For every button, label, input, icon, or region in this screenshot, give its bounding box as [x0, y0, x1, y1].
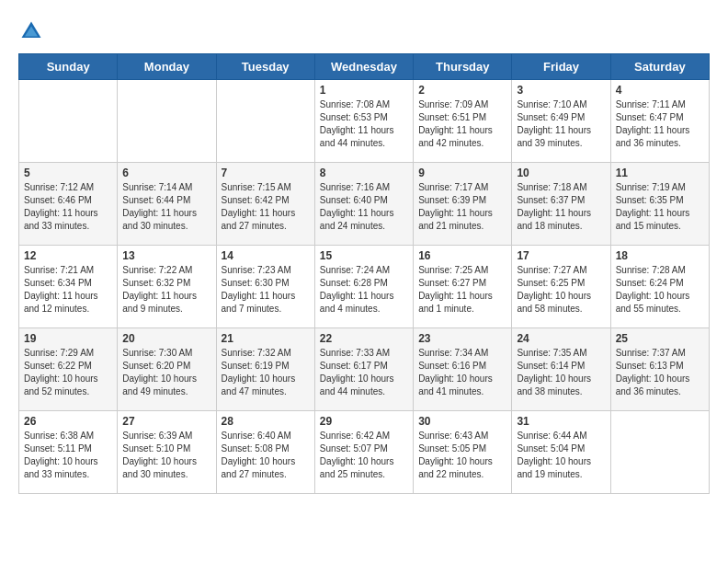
day-info: Sunrise: 7:15 AM Sunset: 6:42 PM Dayligh…: [222, 181, 310, 233]
day-number: 7: [222, 167, 310, 179]
weekday-header-row: SundayMondayTuesdayWednesdayThursdayFrid…: [19, 54, 710, 80]
calendar-day-cell: 20Sunrise: 7:30 AM Sunset: 6:20 PM Dayli…: [118, 328, 216, 411]
day-number: 20: [122, 332, 210, 345]
calendar-day-cell: 12Sunrise: 7:21 AM Sunset: 6:34 PM Dayli…: [19, 246, 118, 328]
calendar-day-cell: 11Sunrise: 7:19 AM Sunset: 6:35 PM Dayli…: [610, 163, 709, 246]
day-info: Sunrise: 7:30 AM Sunset: 6:20 PM Dayligh…: [122, 347, 210, 398]
day-info: Sunrise: 7:14 AM Sunset: 6:44 PM Dayligh…: [122, 181, 210, 233]
calendar-day-cell: 18Sunrise: 7:28 AM Sunset: 6:24 PM Dayli…: [610, 246, 709, 328]
day-info: Sunrise: 7:34 AM Sunset: 6:16 PM Dayligh…: [418, 347, 506, 398]
calendar-day-cell: 5Sunrise: 7:12 AM Sunset: 6:46 PM Daylig…: [19, 163, 118, 246]
day-info: Sunrise: 7:22 AM Sunset: 6:32 PM Dayligh…: [122, 264, 210, 316]
day-number: 27: [122, 415, 210, 428]
calendar-day-cell: 7Sunrise: 7:15 AM Sunset: 6:42 PM Daylig…: [216, 163, 314, 246]
calendar-table: SundayMondayTuesdayWednesdayThursdayFrid…: [18, 53, 710, 494]
day-number: 6: [122, 167, 210, 179]
page-header: [18, 18, 710, 44]
calendar-day-cell: 28Sunrise: 6:40 AM Sunset: 5:08 PM Dayli…: [216, 411, 314, 494]
calendar-day-cell: 22Sunrise: 7:33 AM Sunset: 6:17 PM Dayli…: [314, 328, 413, 411]
calendar-day-cell: 15Sunrise: 7:24 AM Sunset: 6:28 PM Dayli…: [314, 246, 413, 328]
day-number: 19: [24, 332, 112, 345]
day-info: Sunrise: 7:25 AM Sunset: 6:27 PM Dayligh…: [418, 264, 506, 316]
day-info: Sunrise: 7:28 AM Sunset: 6:24 PM Dayligh…: [616, 264, 704, 316]
calendar-day-cell: 4Sunrise: 7:11 AM Sunset: 6:47 PM Daylig…: [610, 80, 709, 163]
day-number: 8: [320, 167, 408, 179]
day-number: 11: [616, 167, 704, 179]
calendar-day-cell: [610, 411, 709, 494]
day-info: Sunrise: 7:08 AM Sunset: 6:53 PM Dayligh…: [320, 98, 408, 150]
day-info: Sunrise: 7:17 AM Sunset: 6:39 PM Dayligh…: [418, 181, 506, 233]
calendar-day-cell: 30Sunrise: 6:43 AM Sunset: 5:05 PM Dayli…: [414, 411, 512, 494]
calendar-week-row: 12Sunrise: 7:21 AM Sunset: 6:34 PM Dayli…: [19, 246, 710, 328]
day-number: 24: [517, 332, 605, 345]
day-info: Sunrise: 7:29 AM Sunset: 6:22 PM Dayligh…: [24, 347, 112, 398]
calendar-day-cell: 31Sunrise: 6:44 AM Sunset: 5:04 PM Dayli…: [512, 411, 610, 494]
day-info: Sunrise: 7:10 AM Sunset: 6:49 PM Dayligh…: [517, 98, 605, 150]
day-info: Sunrise: 7:33 AM Sunset: 6:17 PM Dayligh…: [320, 347, 408, 398]
day-number: 21: [222, 332, 310, 345]
day-info: Sunrise: 6:43 AM Sunset: 5:05 PM Dayligh…: [418, 430, 506, 481]
logo: [18, 18, 48, 44]
calendar-day-cell: 10Sunrise: 7:18 AM Sunset: 6:37 PM Dayli…: [512, 163, 610, 246]
day-number: 18: [616, 249, 704, 262]
day-number: 31: [517, 415, 605, 428]
calendar-day-cell: 21Sunrise: 7:32 AM Sunset: 6:19 PM Dayli…: [216, 328, 314, 411]
day-info: Sunrise: 7:32 AM Sunset: 6:19 PM Dayligh…: [222, 347, 310, 398]
day-number: 16: [418, 249, 506, 262]
day-number: 28: [222, 415, 310, 428]
calendar-day-cell: 25Sunrise: 7:37 AM Sunset: 6:13 PM Dayli…: [610, 328, 709, 411]
weekday-header-saturday: Saturday: [610, 54, 709, 80]
calendar-day-cell: 9Sunrise: 7:17 AM Sunset: 6:39 PM Daylig…: [414, 163, 512, 246]
day-number: 4: [616, 84, 704, 97]
day-number: 3: [517, 84, 605, 97]
day-number: 17: [517, 249, 605, 262]
calendar-day-cell: 17Sunrise: 7:27 AM Sunset: 6:25 PM Dayli…: [512, 246, 610, 328]
day-number: 29: [320, 415, 408, 428]
day-info: Sunrise: 7:12 AM Sunset: 6:46 PM Dayligh…: [24, 181, 112, 233]
calendar-day-cell: 6Sunrise: 7:14 AM Sunset: 6:44 PM Daylig…: [118, 163, 216, 246]
day-info: Sunrise: 7:18 AM Sunset: 6:37 PM Dayligh…: [517, 181, 605, 233]
calendar-day-cell: 27Sunrise: 6:39 AM Sunset: 5:10 PM Dayli…: [118, 411, 216, 494]
calendar-day-cell: [216, 80, 314, 163]
calendar-day-cell: 14Sunrise: 7:23 AM Sunset: 6:30 PM Dayli…: [216, 246, 314, 328]
calendar-week-row: 1Sunrise: 7:08 AM Sunset: 6:53 PM Daylig…: [19, 80, 710, 163]
day-number: 9: [418, 167, 506, 179]
day-info: Sunrise: 7:23 AM Sunset: 6:30 PM Dayligh…: [222, 264, 310, 316]
day-number: 30: [418, 415, 506, 428]
day-number: 13: [122, 249, 210, 262]
day-number: 26: [24, 415, 112, 428]
calendar-week-row: 19Sunrise: 7:29 AM Sunset: 6:22 PM Dayli…: [19, 328, 710, 411]
weekday-header-monday: Monday: [118, 54, 216, 80]
day-number: 23: [418, 332, 506, 345]
calendar-day-cell: 1Sunrise: 7:08 AM Sunset: 6:53 PM Daylig…: [314, 80, 413, 163]
day-number: 10: [517, 167, 605, 179]
calendar-week-row: 26Sunrise: 6:38 AM Sunset: 5:11 PM Dayli…: [19, 411, 710, 494]
day-info: Sunrise: 7:27 AM Sunset: 6:25 PM Dayligh…: [517, 264, 605, 316]
calendar-day-cell: 3Sunrise: 7:10 AM Sunset: 6:49 PM Daylig…: [512, 80, 610, 163]
weekday-header-thursday: Thursday: [414, 54, 512, 80]
day-info: Sunrise: 6:38 AM Sunset: 5:11 PM Dayligh…: [24, 430, 112, 481]
day-number: 12: [24, 249, 112, 262]
calendar-week-row: 5Sunrise: 7:12 AM Sunset: 6:46 PM Daylig…: [19, 163, 710, 246]
calendar-day-cell: 26Sunrise: 6:38 AM Sunset: 5:11 PM Dayli…: [19, 411, 118, 494]
calendar-day-cell: 13Sunrise: 7:22 AM Sunset: 6:32 PM Dayli…: [118, 246, 216, 328]
calendar-day-cell: [19, 80, 118, 163]
day-number: 25: [616, 332, 704, 345]
day-info: Sunrise: 7:24 AM Sunset: 6:28 PM Dayligh…: [320, 264, 408, 316]
calendar-day-cell: 29Sunrise: 6:42 AM Sunset: 5:07 PM Dayli…: [314, 411, 413, 494]
logo-icon: [18, 18, 44, 44]
day-info: Sunrise: 6:42 AM Sunset: 5:07 PM Dayligh…: [320, 430, 408, 481]
day-info: Sunrise: 6:39 AM Sunset: 5:10 PM Dayligh…: [122, 430, 210, 481]
day-info: Sunrise: 7:09 AM Sunset: 6:51 PM Dayligh…: [418, 98, 506, 150]
weekday-header-tuesday: Tuesday: [216, 54, 314, 80]
day-number: 22: [320, 332, 408, 345]
day-info: Sunrise: 6:44 AM Sunset: 5:04 PM Dayligh…: [517, 430, 605, 481]
calendar-day-cell: 8Sunrise: 7:16 AM Sunset: 6:40 PM Daylig…: [314, 163, 413, 246]
day-number: 15: [320, 249, 408, 262]
weekday-header-friday: Friday: [512, 54, 610, 80]
calendar-day-cell: 2Sunrise: 7:09 AM Sunset: 6:51 PM Daylig…: [414, 80, 512, 163]
day-info: Sunrise: 6:40 AM Sunset: 5:08 PM Dayligh…: [222, 430, 310, 481]
day-number: 14: [222, 249, 310, 262]
day-number: 2: [418, 84, 506, 97]
day-info: Sunrise: 7:16 AM Sunset: 6:40 PM Dayligh…: [320, 181, 408, 233]
